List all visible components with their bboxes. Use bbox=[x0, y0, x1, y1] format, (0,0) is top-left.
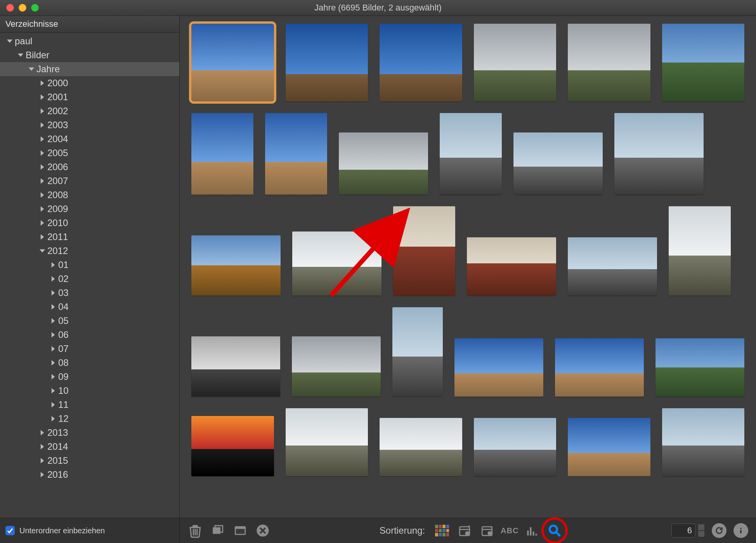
tree-item[interactable]: 2009 bbox=[0, 202, 179, 216]
thumbnail[interactable] bbox=[286, 24, 368, 101]
chevron-right-icon[interactable] bbox=[39, 471, 46, 478]
chevron-right-icon[interactable] bbox=[50, 387, 57, 394]
tree-item[interactable]: 09 bbox=[0, 370, 179, 384]
include-subfolders-checkbox[interactable] bbox=[5, 526, 15, 535]
thumbnail[interactable] bbox=[474, 418, 557, 476]
tree-item[interactable]: 02 bbox=[0, 272, 179, 286]
thumbnail[interactable] bbox=[191, 336, 280, 397]
thumbnail[interactable] bbox=[662, 408, 745, 476]
thumbnail-grid[interactable] bbox=[191, 24, 744, 476]
chevron-right-icon[interactable] bbox=[39, 219, 46, 226]
chevron-right-icon[interactable] bbox=[50, 345, 57, 352]
tree-item[interactable]: Bilder bbox=[0, 48, 179, 62]
thumbnail[interactable] bbox=[393, 206, 455, 296]
chevron-right-icon[interactable] bbox=[39, 233, 46, 240]
columns-value[interactable]: 6 bbox=[671, 524, 695, 538]
chevron-right-icon[interactable] bbox=[50, 359, 57, 366]
tree-item[interactable]: 08 bbox=[0, 356, 179, 370]
thumbnail[interactable] bbox=[440, 113, 502, 195]
chevron-right-icon[interactable] bbox=[39, 191, 46, 198]
tree-item[interactable]: 05 bbox=[0, 314, 179, 328]
thumbnail[interactable] bbox=[655, 338, 744, 397]
chevron-right-icon[interactable] bbox=[50, 289, 57, 296]
zoom-window-button[interactable] bbox=[31, 4, 39, 12]
chevron-right-icon[interactable] bbox=[39, 178, 46, 184]
tree-item[interactable]: 2011 bbox=[0, 230, 179, 244]
chevron-right-icon[interactable] bbox=[50, 261, 57, 268]
thumbnail[interactable] bbox=[191, 24, 274, 101]
thumbnail[interactable] bbox=[454, 338, 543, 397]
tree-item[interactable]: 2002 bbox=[0, 104, 179, 118]
tree-item[interactable]: 10 bbox=[0, 384, 179, 398]
tree-item[interactable]: 07 bbox=[0, 342, 179, 356]
chevron-right-icon[interactable] bbox=[50, 317, 57, 324]
thumbnail[interactable] bbox=[292, 336, 381, 397]
thumbnail[interactable] bbox=[568, 237, 657, 296]
close-window-button[interactable] bbox=[6, 4, 14, 12]
tree-item[interactable]: 2012 bbox=[0, 244, 179, 258]
fullscreen-button[interactable] bbox=[232, 523, 248, 538]
tree-item[interactable]: 11 bbox=[0, 398, 179, 412]
thumbnail[interactable] bbox=[380, 24, 462, 101]
tree-item[interactable]: paul bbox=[0, 34, 179, 48]
tree-item[interactable]: Jahre bbox=[0, 62, 179, 76]
sort-histogram-button[interactable] bbox=[524, 523, 540, 538]
chevron-right-icon[interactable] bbox=[39, 205, 46, 212]
thumbnail[interactable] bbox=[191, 113, 253, 195]
thumbnail[interactable] bbox=[467, 237, 556, 296]
thumbnail[interactable] bbox=[265, 113, 327, 195]
sort-name-button[interactable]: ABC bbox=[502, 523, 517, 538]
thumbnail[interactable] bbox=[555, 338, 644, 397]
chevron-right-icon[interactable] bbox=[50, 401, 57, 408]
chevron-right-icon[interactable] bbox=[39, 94, 46, 101]
info-button[interactable] bbox=[733, 523, 748, 538]
sort-date-desc-button[interactable] bbox=[479, 523, 495, 538]
sort-date-asc-button[interactable] bbox=[457, 523, 472, 538]
chevron-right-icon[interactable] bbox=[39, 136, 46, 143]
thumbnail[interactable] bbox=[568, 418, 650, 476]
thumbnail[interactable] bbox=[286, 408, 368, 476]
minimize-window-button[interactable] bbox=[19, 4, 26, 12]
chevron-right-icon[interactable] bbox=[50, 415, 57, 422]
thumbnail[interactable] bbox=[669, 206, 731, 296]
columns-step-down[interactable] bbox=[698, 531, 705, 537]
sort-similarity-button[interactable] bbox=[434, 523, 450, 538]
chevron-down-icon[interactable] bbox=[39, 247, 46, 254]
reload-button[interactable] bbox=[712, 523, 727, 538]
tree-item[interactable]: 2013 bbox=[0, 426, 179, 440]
tree-item[interactable]: 2006 bbox=[0, 160, 179, 174]
tree-item[interactable]: 2000 bbox=[0, 76, 179, 90]
tree-item[interactable]: 2016 bbox=[0, 468, 179, 482]
trash-button[interactable] bbox=[187, 523, 203, 538]
tree-item[interactable]: 2005 bbox=[0, 146, 179, 160]
chevron-right-icon[interactable] bbox=[39, 443, 46, 450]
chevron-down-icon[interactable] bbox=[17, 52, 24, 59]
thumbnail[interactable] bbox=[191, 235, 281, 296]
chevron-down-icon[interactable] bbox=[28, 66, 35, 73]
chevron-right-icon[interactable] bbox=[50, 303, 57, 310]
thumbnail[interactable] bbox=[292, 231, 381, 296]
chevron-right-icon[interactable] bbox=[50, 331, 57, 338]
tree-item[interactable]: 2007 bbox=[0, 174, 179, 188]
tree-item[interactable]: 2015 bbox=[0, 454, 179, 468]
thumbnail[interactable] bbox=[392, 307, 442, 397]
tree-item[interactable]: 01 bbox=[0, 258, 179, 272]
chevron-right-icon[interactable] bbox=[50, 275, 57, 282]
tree-item[interactable]: 2008 bbox=[0, 188, 179, 202]
thumbnail[interactable] bbox=[339, 132, 428, 195]
tree-item[interactable]: 2010 bbox=[0, 216, 179, 230]
thumbnail[interactable] bbox=[614, 113, 704, 195]
tree-item[interactable]: 12 bbox=[0, 412, 179, 426]
search-button[interactable] bbox=[547, 523, 562, 538]
chevron-down-icon[interactable] bbox=[6, 38, 13, 45]
stack-button[interactable] bbox=[210, 523, 225, 538]
thumbnail[interactable] bbox=[380, 418, 462, 476]
tree-item[interactable]: 2014 bbox=[0, 440, 179, 454]
tree-item[interactable]: 06 bbox=[0, 328, 179, 342]
chevron-right-icon[interactable] bbox=[50, 373, 57, 380]
cancel-button[interactable] bbox=[255, 523, 270, 538]
tree-item[interactable]: 2003 bbox=[0, 118, 179, 132]
tree-item[interactable]: 2004 bbox=[0, 132, 179, 146]
tree-item[interactable]: 03 bbox=[0, 286, 179, 300]
chevron-right-icon[interactable] bbox=[39, 150, 46, 157]
